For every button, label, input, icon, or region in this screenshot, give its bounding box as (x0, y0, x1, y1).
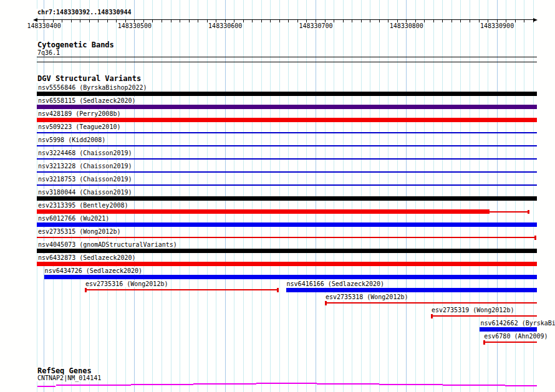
variant-line-start-cap[interactable] (431, 314, 433, 318)
gene-line-segment[interactable] (317, 383, 379, 385)
ruler-tick (107, 19, 108, 22)
variant-line-start-cap[interactable] (325, 301, 327, 305)
ruler-tick (261, 19, 262, 22)
variant-line[interactable] (325, 302, 537, 304)
variant-label[interactable]: nsv6416166 (Sedlazeck2020) (286, 280, 385, 287)
gene-line-segment[interactable] (56, 385, 132, 386)
variant-bar[interactable] (44, 275, 537, 279)
variant-line[interactable] (37, 184, 537, 186)
ruler-tick (279, 19, 280, 22)
ruler-tick (352, 19, 352, 22)
variant-label[interactable]: nsv6558115 (Sedlazeck2020) (37, 97, 137, 104)
gene-line-segment[interactable] (505, 385, 537, 386)
gene-line-segment[interactable] (443, 385, 505, 386)
variant-bar[interactable] (37, 222, 537, 227)
ruler-tick-label: 148330600 (208, 22, 243, 29)
variant-line-end-cap[interactable] (528, 210, 529, 214)
variant-label[interactable]: esv2735315 (Wong2012b) (37, 228, 121, 235)
variant-label[interactable]: nsv5998 (Kidd2008) (37, 136, 106, 143)
variant-label[interactable]: esv6780 (Ahn2009) (483, 333, 548, 340)
ruler-tick (515, 19, 516, 22)
variant-label[interactable]: nsv428189 (Perry2008b) (37, 110, 121, 117)
variant-line[interactable] (37, 132, 537, 133)
ruler-tick (379, 19, 380, 22)
variant-line-start-cap[interactable] (483, 340, 485, 345)
ruler-tick (71, 19, 72, 22)
ruler-tick (89, 19, 90, 22)
variant-label[interactable]: esv2735318 (Wong2012b) (325, 294, 408, 300)
ruler-tick (152, 19, 153, 22)
variant-line[interactable] (37, 158, 537, 160)
variant-line-start-cap[interactable] (85, 288, 87, 292)
ruler-tick (470, 19, 470, 22)
variant-label[interactable]: nsv6012766 (Wu2021) (37, 215, 110, 222)
ruler-tick (243, 19, 244, 22)
variant-label[interactable]: esv2313395 (Bentley2008) (37, 202, 129, 209)
variant-label[interactable]: nsv6142662 (ByrskaBi (480, 320, 555, 327)
ruler-tick (433, 19, 434, 22)
variant-bar[interactable] (37, 92, 537, 96)
variant-label[interactable]: esv2735316 (Wong2012b) (85, 280, 168, 287)
gene-line-segment[interactable] (379, 384, 443, 385)
gene-line-segment[interactable] (193, 383, 256, 385)
cytogenetic-bands-header: Cytogenetic Bands (37, 41, 115, 49)
dgv-header: DGV Structural Variants (37, 75, 142, 83)
variant-bar[interactable] (37, 262, 537, 266)
variant-label[interactable]: nsv5556846 (ByrskaBishop2022) (37, 84, 148, 91)
variant-line-end-cap[interactable] (534, 236, 536, 240)
variant-line[interactable] (483, 342, 537, 343)
gene-line-segment[interactable] (256, 383, 317, 384)
ruler-tick-label: 148330900 (480, 22, 514, 29)
ruler-tick (62, 19, 62, 22)
variant-line-end-cap[interactable] (277, 288, 279, 292)
gene-label[interactable]: CNTNAP2|NM_014141 (37, 375, 102, 381)
ruler-tick (370, 19, 370, 22)
ruler-left-arrow-icon (33, 18, 37, 22)
variant-label[interactable]: nsv3213228 (Chaisson2019) (37, 163, 133, 170)
ruler-tick-label: 148330700 (298, 22, 333, 29)
variant-line[interactable] (37, 237, 536, 238)
variant-tail-line[interactable] (490, 211, 529, 213)
ruler-tick (533, 19, 534, 22)
gene-line-segment[interactable] (37, 386, 56, 387)
ruler-baseline (37, 19, 534, 20)
variant-label[interactable]: nsv3180044 (Chaisson2019) (37, 189, 133, 196)
ruler-tick (451, 19, 452, 22)
ruler-tick-label: 148330400 (27, 22, 62, 29)
ruler-tick (98, 19, 99, 22)
ruler-tick (162, 19, 162, 22)
ruler-tick (334, 19, 334, 22)
cytogenetic-band-rect[interactable] (37, 57, 537, 62)
ruler-tick (424, 19, 425, 22)
variant-label[interactable]: nsv3218753 (Chaisson2019) (37, 176, 133, 183)
cytogenetic-band-name[interactable]: 7q36.1 (37, 49, 60, 56)
variant-line[interactable] (37, 145, 537, 146)
variant-label[interactable]: nsv509223 (Teague2010) (37, 123, 121, 130)
variant-label[interactable]: nsv6432873 (Sedlazeck2020) (37, 254, 137, 261)
ruler-tick (171, 19, 171, 22)
variant-bar[interactable] (37, 249, 537, 253)
variant-line[interactable] (37, 171, 537, 173)
ruler-tick (180, 19, 180, 22)
variant-bar[interactable] (286, 288, 537, 292)
ruler-tick-label: 148330800 (389, 22, 424, 29)
variant-bar[interactable] (37, 196, 537, 201)
ruler-right-arrow-icon (533, 18, 538, 22)
variant-label[interactable]: nsv4045073 (gnomADStructuralVariants) (37, 241, 178, 248)
variant-line[interactable] (85, 289, 279, 290)
variant-bar[interactable] (37, 118, 537, 122)
variant-label[interactable]: nsv6434726 (Sedlazeck2020) (44, 267, 143, 274)
variant-bar[interactable] (37, 209, 490, 214)
variant-bar[interactable] (37, 105, 537, 109)
variant-bar[interactable] (480, 327, 537, 332)
gene-line-segment[interactable] (131, 384, 193, 385)
variant-label[interactable]: esv2735319 (Wong2012b) (431, 307, 514, 313)
ruler-tick (442, 19, 443, 22)
ruler-tick (252, 19, 253, 22)
genome-browser-view: chr7:148330392..148330944 14833040014833… (0, 0, 555, 392)
variant-label[interactable]: nsv3224468 (Chaisson2019) (37, 150, 133, 156)
ruler-tick (343, 19, 344, 22)
variant-line[interactable] (431, 315, 537, 317)
ruler-tick (460, 19, 461, 22)
region-title: chr7:148330392..148330944 (37, 9, 132, 16)
